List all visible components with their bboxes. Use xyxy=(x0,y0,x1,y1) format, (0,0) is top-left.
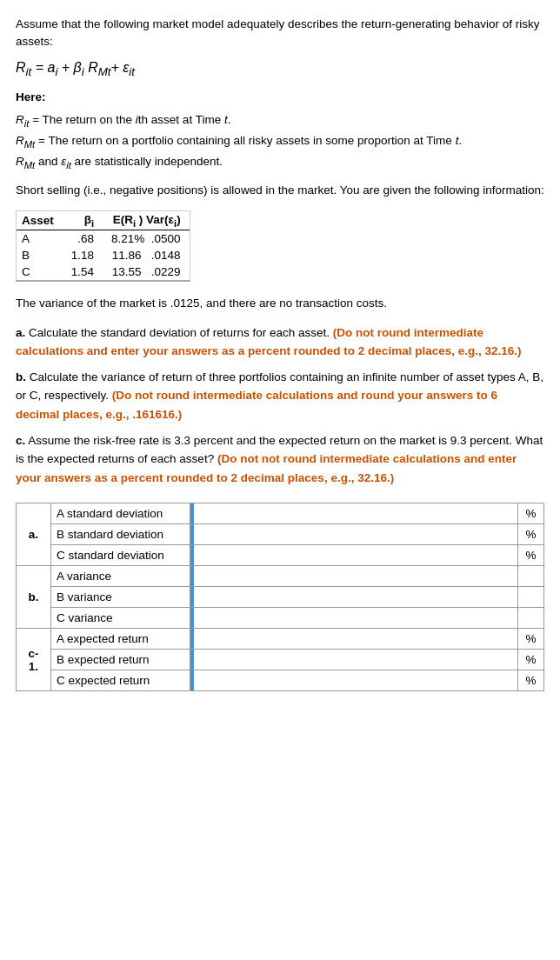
a-variance-label: A variance xyxy=(51,566,190,587)
c-std-dev-input[interactable] xyxy=(194,545,517,565)
answer-row-b-variance: B variance xyxy=(17,587,544,608)
b-variance-unit xyxy=(518,587,544,608)
c-expected-return-unit: % xyxy=(518,670,544,691)
question-a-label: a. xyxy=(16,326,25,339)
a-expected-return-input-cell[interactable] xyxy=(190,629,518,650)
asset-b-er-var: 11.86 .0148 xyxy=(103,247,190,263)
c-variance-input-cell[interactable] xyxy=(190,608,518,629)
asset-table-container: Asset βi E(Ri ) Var(εi) A .68 8.21% .050… xyxy=(16,210,190,283)
asset-a-er-var: 8.21% .0500 xyxy=(103,230,190,248)
c-variance-label: C variance xyxy=(51,608,190,629)
a-std-dev-label: A standard deviation xyxy=(51,503,190,524)
asset-c-beta: 1.54 xyxy=(63,263,103,280)
a-expected-return-unit: % xyxy=(518,629,544,650)
c-expected-return-label: C expected return xyxy=(51,670,190,691)
answer-row-a-expected-return: c-1. A expected return % xyxy=(17,629,544,650)
a-variance-input-cell[interactable] xyxy=(190,566,518,587)
c-expected-return-input-cell[interactable] xyxy=(190,670,518,691)
answer-row-a-variance: b. A variance xyxy=(17,566,544,587)
answer-row-c-std-dev: C standard deviation % xyxy=(17,545,544,566)
question-a-text: Calculate the standard deviation of retu… xyxy=(29,326,333,339)
asset-c-label: C xyxy=(17,263,63,280)
a-std-dev-unit: % xyxy=(518,503,544,524)
formula-display: Rit = ai + βi RMt+ εit xyxy=(16,60,544,78)
b-std-dev-label: B standard deviation xyxy=(51,524,190,545)
question-b-label: b. xyxy=(16,370,26,383)
answer-row-b-expected-return: B expected return % xyxy=(17,650,544,670)
here-label: Here: xyxy=(16,90,544,103)
variance-text: The variance of the market is .0125, and… xyxy=(16,295,544,312)
c-std-dev-unit: % xyxy=(518,545,544,566)
col-header-beta: βi xyxy=(63,211,103,230)
c-variance-unit xyxy=(518,608,544,629)
question-c-label: c. xyxy=(16,434,25,447)
b-std-dev-unit: % xyxy=(518,524,544,545)
short-selling-text: Short selling (i.e., negative positions)… xyxy=(16,182,544,199)
b-variance-input-cell[interactable] xyxy=(190,587,518,608)
c-std-dev-label: C standard deviation xyxy=(51,545,190,566)
definitions-block: Rit = The return on the ith asset at Tim… xyxy=(16,110,544,174)
a-variance-input[interactable] xyxy=(194,566,517,586)
table-row: C 1.54 13.55 .0229 xyxy=(17,263,190,280)
col-header-asset: Asset xyxy=(17,211,63,230)
section-c-label: c-1. xyxy=(17,629,51,691)
col-header-er: E(Ri ) Var(εi) xyxy=(103,211,190,230)
questions-block: a. Calculate the standard deviation of r… xyxy=(16,323,544,488)
c-expected-return-input[interactable] xyxy=(194,670,517,690)
a-variance-unit xyxy=(518,566,544,587)
answer-row-c-variance: C variance xyxy=(17,608,544,629)
a-std-dev-input[interactable] xyxy=(194,503,517,523)
b-expected-return-label: B expected return xyxy=(51,650,190,670)
section-a-label: a. xyxy=(17,503,51,566)
answer-row-b-std-dev: B standard deviation % xyxy=(17,524,544,545)
b-variance-input[interactable] xyxy=(194,587,517,607)
b-expected-return-unit: % xyxy=(518,650,544,670)
asset-b-label: B xyxy=(17,247,63,263)
a-expected-return-label: A expected return xyxy=(51,629,190,650)
c-std-dev-input-cell[interactable] xyxy=(190,545,518,566)
answer-row-c-expected-return: C expected return % xyxy=(17,670,544,691)
table-row: A .68 8.21% .0500 xyxy=(17,230,190,248)
a-std-dev-input-cell[interactable] xyxy=(190,503,518,524)
asset-b-beta: 1.18 xyxy=(63,247,103,263)
asset-c-er-var: 13.55 .0229 xyxy=(103,263,190,280)
asset-a-label: A xyxy=(17,230,63,248)
b-expected-return-input[interactable] xyxy=(194,650,517,670)
asset-table: Asset βi E(Ri ) Var(εi) A .68 8.21% .050… xyxy=(17,211,190,281)
answer-row-a-std-dev: a. A standard deviation % xyxy=(17,503,544,524)
table-row: B 1.18 11.86 .0148 xyxy=(17,247,190,263)
b-std-dev-input[interactable] xyxy=(194,524,517,544)
asset-a-beta: .68 xyxy=(63,230,103,248)
b-variance-label: B variance xyxy=(51,587,190,608)
b-std-dev-input-cell[interactable] xyxy=(190,524,518,545)
a-expected-return-input[interactable] xyxy=(194,629,517,649)
answer-table: a. A standard deviation % B standard dev… xyxy=(16,503,544,691)
section-b-label: b. xyxy=(17,566,51,629)
intro-paragraph: Assume that the following market model a… xyxy=(16,16,544,51)
b-expected-return-input-cell[interactable] xyxy=(190,650,518,670)
c-variance-input[interactable] xyxy=(194,608,517,628)
